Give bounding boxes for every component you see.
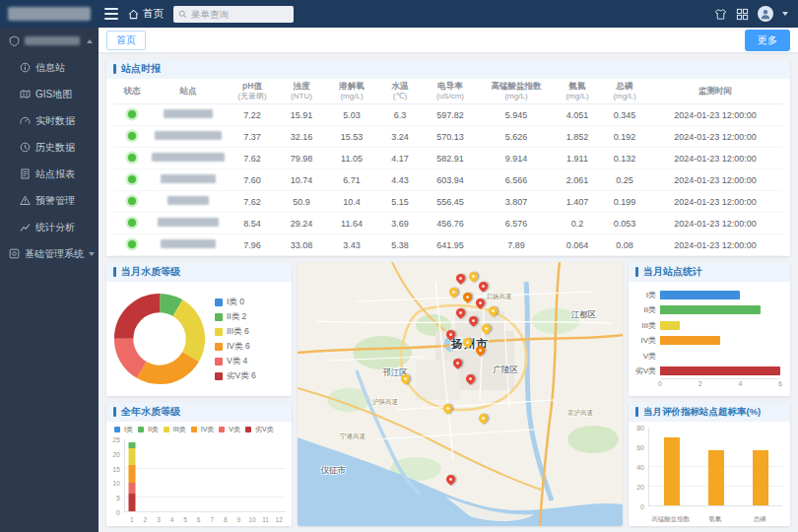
legend-item[interactable]: 劣V类	[245, 425, 274, 434]
status-dot	[128, 240, 136, 248]
column-header: 浊度(NTU)	[278, 82, 325, 100]
cell-time: 2024-01-23 12:00:00	[648, 110, 782, 120]
user-avatar[interactable]	[758, 6, 773, 22]
legend-item[interactable]: IV类 6	[215, 341, 256, 353]
axis-tick-label: 25	[112, 436, 120, 443]
hbar	[660, 321, 680, 330]
cell-value: 1.852	[554, 132, 601, 142]
info-icon	[20, 62, 31, 73]
theme-skin-icon[interactable]	[714, 8, 727, 21]
legend-item[interactable]: V类 4	[215, 356, 256, 367]
sidebar-group-label-redacted	[25, 36, 80, 45]
gauge-icon	[20, 115, 31, 126]
panel-title: 全年水质等级	[106, 402, 292, 422]
hbar-row: 劣V类	[632, 365, 780, 378]
station-name-redacted	[161, 239, 216, 248]
cell-value: 4.43	[378, 175, 422, 185]
legend-item[interactable]: I类	[114, 425, 133, 434]
menu-search-input[interactable]	[191, 9, 289, 20]
table-row: 7.6250.910.45.15556.453.8071.4070.199202…	[114, 191, 782, 213]
bar-slot	[651, 428, 692, 505]
legend-label: IV类	[201, 425, 215, 434]
cell-value: 597.82	[422, 110, 479, 120]
sidebar-item-station-report[interactable]: 站点报表	[0, 161, 99, 187]
axis-tick-label: 4	[170, 516, 174, 523]
sidebar-item-label: GIS地图	[35, 88, 72, 101]
sidebar-item-stat-analysis[interactable]: 统计分析	[0, 214, 99, 240]
hbar-row: III类	[632, 318, 780, 332]
cell-value: 29.24	[278, 219, 325, 229]
bar	[708, 450, 724, 505]
bar-slot: 4	[166, 439, 179, 511]
history-clock-icon	[20, 142, 31, 153]
column-header: 监测时间	[648, 87, 782, 97]
column-header: 高锰酸盐指数(mg/L)	[479, 82, 554, 100]
legend-item[interactable]: III类	[164, 425, 186, 434]
stats-chart: I类II类III类IV类V类劣V类 0246	[629, 282, 790, 396]
bar-slot	[696, 428, 736, 505]
annual-y-axis: 0510152025	[106, 439, 122, 512]
collapse-chevron-up-icon	[87, 39, 93, 43]
axis-tick-label: 12	[276, 516, 283, 523]
cell-value: 6.566	[479, 175, 554, 185]
tab-home[interactable]: 首页	[106, 31, 146, 50]
tabs-bar: 首页 更多	[99, 28, 798, 53]
sidebar-group-base-system[interactable]: 基础管理系统	[0, 240, 99, 267]
breadcrumb-home[interactable]: 首页	[124, 7, 173, 21]
sidebar-item-realtime-data[interactable]: 实时数据	[0, 107, 99, 134]
cell-value: 32.16	[278, 132, 325, 142]
sidebar-item-history-data[interactable]: 历史数据	[0, 134, 99, 161]
legend-item[interactable]: 劣V类 6	[215, 370, 256, 382]
user-menu-chevron-down-icon[interactable]	[782, 12, 788, 16]
cell-value: 3.43	[325, 240, 378, 250]
legend-label: III类	[173, 425, 186, 434]
exceed-rate-panel: 当月评价指标站点超标率(%) 020406080 高锰酸盐指数氨氮总磷	[629, 402, 790, 526]
panel-title: 站点时报	[106, 59, 790, 79]
cell-value: 3.807	[479, 197, 554, 207]
cell-value: 33.08	[278, 240, 325, 250]
axis-tick-label: 总磷	[738, 515, 782, 524]
cell-time: 2024-01-23 12:00:00	[648, 175, 782, 185]
legend-label: I类	[124, 425, 133, 434]
stack-segment	[128, 494, 135, 511]
legend-chip	[245, 427, 251, 432]
axis-tick-label: 40	[636, 464, 644, 471]
month-stats-panel: 当月站点统计 I类II类III类IV类V类劣V类 0246	[629, 262, 790, 396]
donut-legend: I类 0II类 2III类 6IV类 6V类 4劣V类 6	[215, 297, 256, 382]
gis-map[interactable]: 扬州市邗江区广陵区江都区仪征市启扬高速沪陕高速京沪高速宁通高速	[298, 262, 623, 526]
axis-tick-label: 11	[262, 516, 269, 523]
station-name-redacted	[158, 218, 219, 227]
legend-item[interactable]: I类 0	[215, 297, 256, 308]
legend-item[interactable]: II类 2	[215, 311, 256, 323]
column-header: 溶解氧(mg/L)	[325, 82, 378, 100]
sidebar-item-label: 历史数据	[35, 141, 75, 155]
hamburger-menu-icon[interactable]	[99, 0, 124, 28]
legend-chip	[164, 427, 169, 432]
sidebar-item-info-station[interactable]: 信息站	[0, 54, 99, 81]
cell-value: 4.17	[378, 154, 422, 164]
legend-item[interactable]: II类	[138, 425, 159, 434]
annual-plot: 123456789101112	[124, 439, 286, 512]
layout-grid-icon[interactable]	[736, 8, 749, 21]
user-icon	[760, 8, 771, 20]
more-button[interactable]: 更多	[745, 30, 790, 51]
legend-item[interactable]: IV类	[191, 425, 215, 434]
column-header: 站点	[150, 87, 227, 97]
sidebar-item-warning-manage[interactable]: 预警管理	[0, 187, 99, 214]
exceed-x-axis: 高锰酸盐指数氨氮总磷	[648, 515, 782, 524]
legend-item[interactable]: III类 6	[215, 326, 256, 338]
topbar: 首页	[0, 0, 798, 28]
hbar	[660, 336, 720, 345]
bar-slot: 3	[152, 439, 166, 511]
cell-value: 0.08	[601, 240, 648, 250]
cell-value: 0.132	[601, 154, 648, 164]
cell-value: 1.911	[554, 154, 601, 164]
axis-tick-label: 3	[157, 516, 161, 523]
table-row: 8.5429.2411.643.69456.766.5760.20.053202…	[114, 213, 782, 234]
legend-item[interactable]: V类	[219, 425, 240, 434]
sidebar-group-monitor-system[interactable]	[0, 28, 99, 54]
cell-value: 9.914	[479, 154, 554, 164]
sidebar-item-gis-map[interactable]: GIS地图	[0, 81, 99, 107]
table-row: 7.2215.915.036.3597.825.9454.0510.345202…	[114, 104, 782, 126]
bar-slot: 9	[233, 439, 246, 511]
